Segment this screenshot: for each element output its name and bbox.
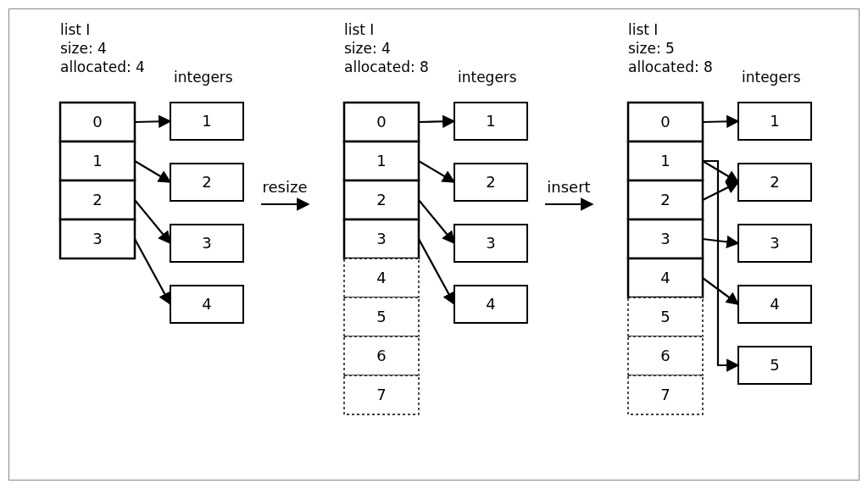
pointer-before-1: [135, 161, 170, 182]
slot-index-0: 0: [92, 113, 102, 131]
pointer-after_insert-4: [703, 278, 738, 304]
pointer-after_insert-2: [703, 182, 738, 200]
pointer-after_insert-3: [703, 239, 738, 243]
integer-value-5: 5: [770, 356, 779, 374]
pointer-after_resize-2: [419, 200, 454, 243]
integer-value-4: 4: [486, 295, 495, 313]
panel-after_resize: list Isize: 4allocated: 8integers0123456…: [344, 21, 527, 414]
integer-value-1: 1: [486, 112, 495, 130]
list-title: list I: [628, 21, 658, 38]
diagram-page: list Isize: 4allocated: 4integers0123123…: [0, 0, 868, 489]
diagram-frame: list Isize: 4allocated: 4integers0123123…: [8, 8, 860, 481]
pointer-before-3: [135, 239, 170, 304]
integer-value-4: 4: [770, 295, 779, 313]
list-title: list I: [60, 21, 90, 38]
pointer-before-2: [135, 200, 170, 243]
slot-index-3: 3: [660, 230, 670, 247]
integer-value-3: 3: [486, 234, 495, 252]
integer-value-3: 3: [202, 234, 211, 252]
integers-heading: integers: [174, 69, 233, 86]
integer-value-2: 2: [486, 173, 495, 191]
slot-index-2: 2: [376, 191, 386, 208]
list-title: list I: [344, 21, 374, 38]
list-size: size: 4: [344, 40, 391, 57]
integers-heading: integers: [458, 69, 517, 86]
slot-index-4: 4: [660, 269, 670, 286]
slot-index-0: 0: [660, 113, 670, 131]
operation-label-resize: resize: [263, 178, 308, 196]
integer-value-2: 2: [770, 173, 779, 191]
pointer-before-0: [135, 121, 170, 122]
slot-index-2: 2: [660, 191, 670, 208]
diagram-svg: list Isize: 4allocated: 4integers0123123…: [9, 9, 860, 481]
integer-value-3: 3: [770, 234, 779, 252]
panel-after_insert: list Isize: 5allocated: 8integers0123456…: [628, 21, 811, 414]
slot-index-5: 5: [376, 308, 386, 325]
slot-index-7: 7: [376, 386, 386, 403]
list-allocated: allocated: 8: [344, 58, 429, 75]
slot-index-1: 1: [92, 152, 102, 169]
list-size: size: 4: [60, 40, 107, 57]
list-size: size: 5: [628, 40, 675, 57]
pointer-after_resize-0: [419, 121, 454, 122]
pointer-after_resize-1: [419, 161, 454, 182]
slot-index-3: 3: [92, 230, 102, 247]
list-allocated: allocated: 8: [628, 58, 713, 75]
slot-index-7: 7: [660, 386, 670, 403]
slot-index-1: 1: [660, 152, 670, 169]
pointer-after_resize-3: [419, 239, 454, 304]
slot-index-0: 0: [376, 113, 386, 131]
pointer-after_insert-1: [703, 161, 738, 182]
slot-index-3: 3: [376, 230, 386, 247]
integer-value-2: 2: [202, 173, 211, 191]
integer-value-4: 4: [202, 295, 211, 313]
panel-before: list Isize: 4allocated: 4integers0123123…: [60, 21, 243, 323]
integer-value-1: 1: [770, 112, 779, 130]
slot-index-2: 2: [92, 191, 102, 208]
slot-index-4: 4: [376, 269, 386, 286]
integer-value-1: 1: [202, 112, 211, 130]
integers-heading: integers: [742, 69, 801, 86]
slot-index-6: 6: [660, 347, 670, 364]
list-allocated: allocated: 4: [60, 58, 145, 75]
slot-index-5: 5: [660, 308, 670, 325]
slot-index-6: 6: [376, 347, 386, 364]
pointer-after_insert-0: [703, 121, 738, 122]
operation-label-insert: insert: [547, 178, 590, 196]
slot-index-1: 1: [376, 152, 386, 169]
